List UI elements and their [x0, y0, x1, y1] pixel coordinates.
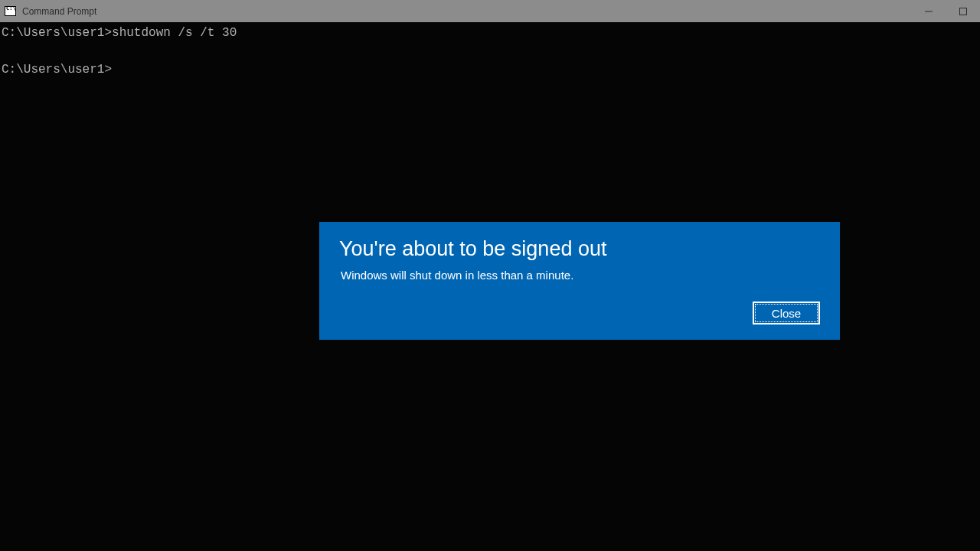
terminal-output[interactable]: C:\Users\user1>shutdown /s /t 30 C:\User… — [0, 22, 980, 79]
maximize-button[interactable] — [946, 0, 980, 22]
prompt: C:\Users\user1> — [2, 63, 112, 77]
window-controls — [911, 0, 980, 22]
window-titlebar: Command Prompt — [0, 0, 980, 22]
shutdown-dialog: You're about to be signed out Windows wi… — [319, 222, 840, 340]
minimize-icon — [925, 8, 933, 15]
dialog-message: Windows will shut down in less than a mi… — [341, 269, 820, 282]
dialog-title: You're about to be signed out — [339, 237, 820, 261]
dialog-actions: Close — [339, 302, 820, 324]
window-title: Command Prompt — [22, 6, 96, 17]
svg-rect-1 — [959, 8, 966, 15]
prompt: C:\Users\user1> — [2, 26, 112, 40]
maximize-icon — [959, 8, 967, 15]
command-text: shutdown /s /t 30 — [112, 26, 237, 40]
prompt-line: C:\Users\user1>shutdown /s /t 30 — [2, 26, 237, 40]
cmd-icon — [5, 6, 16, 16]
close-button[interactable]: Close — [753, 302, 820, 324]
minimize-button[interactable] — [911, 0, 946, 22]
